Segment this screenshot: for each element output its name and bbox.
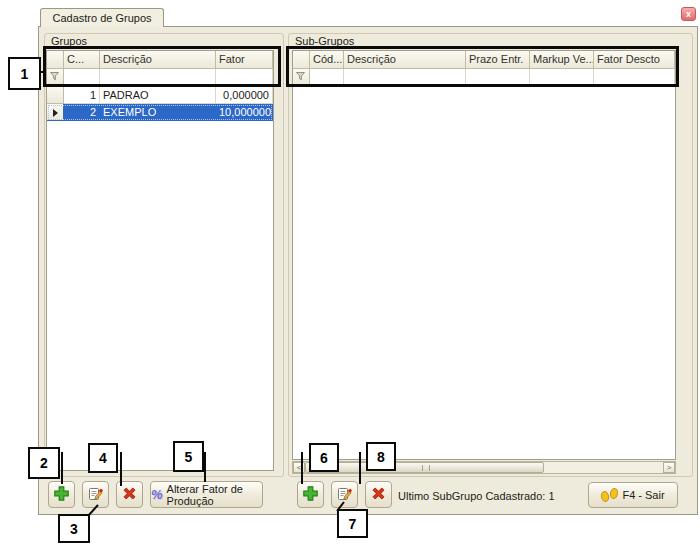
close-icon[interactable]: x <box>681 7 696 21</box>
annotation-rect-subgroups-header <box>286 46 679 87</box>
scrollbar-thumb[interactable] <box>305 462 544 473</box>
edit-icon <box>87 485 104 504</box>
callout-3: 3 <box>58 514 90 543</box>
add-group-button[interactable] <box>48 481 75 508</box>
add-icon <box>53 485 70 504</box>
status-last-subgroup: Ultimo SubGrupo Cadastrado: 1 <box>398 490 555 502</box>
exit-button-label: F4 - Sair <box>622 489 664 501</box>
subgroups-grid[interactable]: Cód... Descrição Prazo Entr. Markup Ve..… <box>292 50 676 460</box>
footprints-icon <box>601 488 618 502</box>
tab-cadastro-de-grupos[interactable]: Cadastro de Grupos <box>40 8 164 27</box>
callout-8: 8 <box>366 442 396 471</box>
current-row-arrow-icon <box>53 109 58 117</box>
alter-production-factor-button[interactable]: % Alterar Fator de Produção <box>150 481 263 508</box>
cell-description[interactable]: EXEMPLO <box>100 104 216 121</box>
delete-icon <box>370 485 387 504</box>
cell-code[interactable]: 2 <box>64 104 100 121</box>
add-icon <box>302 485 319 504</box>
cell-description[interactable]: PADRAO <box>100 87 216 104</box>
delete-group-button[interactable] <box>116 481 143 508</box>
callout-7: 7 <box>337 509 368 538</box>
cell-factor[interactable]: 10,000000 <box>216 104 273 121</box>
exit-button[interactable]: F4 - Sair <box>588 482 678 508</box>
cell-code[interactable]: 1 <box>64 87 100 104</box>
row-indicator <box>47 87 64 104</box>
cell-factor[interactable]: 0,000000 <box>216 87 273 104</box>
table-row[interactable]: 1 PADRAO 0,000000 <box>47 87 273 104</box>
callout-5: 5 <box>173 441 204 472</box>
annotation-rect-groups-header <box>43 46 281 87</box>
table-row-selected[interactable]: 2 EXEMPLO 10,000000 <box>47 104 273 121</box>
tab-label: Cadastro de Grupos <box>52 12 151 24</box>
add-subgroup-button[interactable] <box>297 481 324 508</box>
edit-subgroup-button[interactable] <box>331 481 358 508</box>
groups-grid[interactable]: C... Descrição Fator 1 PADRAO 0,000000 2… <box>46 50 274 471</box>
scroll-left-icon[interactable]: < <box>293 462 305 473</box>
callout-6: 6 <box>309 443 339 472</box>
delete-subgroup-button[interactable] <box>365 481 392 508</box>
alter-factor-label: Alterar Fator de Produção <box>167 483 262 507</box>
scroll-right-icon[interactable]: > <box>663 462 675 473</box>
edit-group-button[interactable] <box>82 481 109 508</box>
callout-4: 4 <box>88 443 118 473</box>
delete-icon <box>121 485 138 504</box>
percent-icon: % <box>151 487 163 502</box>
edit-icon <box>336 485 353 504</box>
row-indicator-current <box>47 104 64 121</box>
scrollbar-grip <box>422 465 430 471</box>
callout-1: 1 <box>8 57 41 90</box>
callout-2: 2 <box>28 447 60 479</box>
subgroups-hscrollbar[interactable]: < > <box>292 461 676 474</box>
